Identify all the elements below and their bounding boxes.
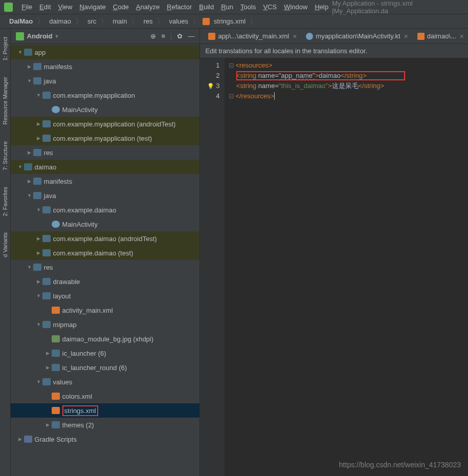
menu-item-code[interactable]: Code [109,3,132,11]
menu-item-build[interactable]: Build [195,3,217,11]
code-body[interactable]: ⊟<resources> <string name="app_name">dai… [225,58,468,476]
tree-item[interactable]: ▶Gradle Scripts [11,432,200,446]
editor-tab[interactable]: app\...\activity_main.xml× [204,29,301,44]
tree-item[interactable]: ▶res [11,145,200,160]
gear-icon[interactable]: ✿ [177,32,183,40]
tree-item[interactable]: ▼daimao [11,160,200,174]
expand-arrow-icon[interactable]: ▶ [44,365,52,370]
menu-item-navigate[interactable]: Navigate [76,3,109,11]
expand-arrow-icon[interactable]: ▶ [26,150,33,155]
intention-bulb-icon[interactable]: 💡 [207,83,214,89]
expand-arrow-icon[interactable]: ▼ [35,293,42,298]
tree-item[interactable]: ▶ic_launcher (6) [11,346,200,360]
android-icon [16,32,24,40]
project-tree[interactable]: ▼app▶manifests▼java▼com.example.myapplic… [11,44,200,476]
tree-item[interactable]: ▶com.example.daimao (test) [11,246,200,260]
menu-item-help[interactable]: Help [311,3,332,11]
expand-arrow-icon[interactable]: ▶ [35,121,42,126]
tool-window-tab[interactable]: d Variants [2,229,8,261]
expand-arrow-icon[interactable]: ▼ [35,379,42,384]
tool-window-tab[interactable]: 7: Structure [2,138,8,174]
tool-window-tab[interactable]: Resource Manager [2,74,8,128]
tree-item[interactable]: ▼mipmap [11,317,200,332]
expand-arrow-icon[interactable]: ▶ [35,136,42,141]
expand-arrow-icon[interactable]: ▶ [35,236,42,241]
tool-window-bar: 1: ProjectResource Manager7: Structure2:… [0,29,11,476]
expand-arrow-icon[interactable]: ▼ [35,207,42,212]
breadcrumb-item[interactable]: res [141,17,154,25]
tree-item[interactable]: strings.xml [11,403,200,418]
expand-arrow-icon[interactable]: ▼ [26,265,33,270]
menu-item-vcs[interactable]: VCS [259,3,280,11]
breadcrumb-item[interactable]: values [167,17,190,25]
tree-item[interactable]: ▶manifests [11,59,200,74]
expand-arrow-icon[interactable]: ▼ [26,193,33,198]
menu-item-view[interactable]: View [55,3,76,11]
collapse-icon[interactable]: ≡ [161,32,165,40]
tree-item[interactable]: ▶ic_launcher_round (6) [11,360,200,375]
tree-item[interactable]: ▶com.example.daimao (androidTest) [11,231,200,246]
folder-mod-icon [24,49,32,56]
menu-item-analyze[interactable]: Analyze [132,3,163,11]
tree-item[interactable]: activity_main.xml [11,303,200,317]
editor-tab[interactable]: daimao\...× [413,29,468,44]
breadcrumb-item[interactable]: src [85,17,98,25]
tree-item[interactable]: MainActivity [11,102,200,117]
gutter: 12💡 34 [200,58,225,476]
panel-title[interactable]: Android [27,32,53,40]
breadcrumb-item[interactable]: main [110,17,129,25]
tree-item[interactable]: colors.xml [11,389,200,403]
tree-item[interactable]: ▼java [11,74,200,88]
breadcrumb-item[interactable]: daimao [47,17,73,25]
close-icon[interactable]: × [404,32,408,40]
tree-item[interactable]: ▶manifests [11,174,200,188]
expand-arrow-icon[interactable]: ▼ [35,322,42,327]
tree-item[interactable]: ▶com.example.myapplication (test) [11,131,200,145]
tree-item[interactable]: ▼layout [11,289,200,303]
breadcrumb-item[interactable]: strings.xml [212,17,248,25]
tree-item[interactable]: ▶com.example.myapplication (androidTest) [11,117,200,131]
tree-item[interactable]: ▼com.example.myapplication [11,88,200,102]
chevron-down-icon[interactable]: ▼ [54,34,59,39]
tree-item-label: MainActivity [62,221,98,228]
tree-item[interactable]: MainActivity [11,217,200,231]
translations-notice[interactable]: Edit translations for all locales in the… [200,44,468,58]
target-icon[interactable]: ⊕ [150,32,156,40]
menu-item-file[interactable]: File [18,3,36,11]
expand-arrow-icon[interactable]: ▶ [26,64,33,69]
expand-arrow-icon[interactable]: ▶ [17,437,24,442]
tree-item[interactable]: ▼app [11,45,200,59]
tree-item-label: com.example.daimao [53,206,117,214]
expand-arrow-icon[interactable]: ▶ [26,179,33,184]
tree-item[interactable]: ▶themes (2) [11,418,200,432]
expand-arrow-icon[interactable]: ▼ [35,93,42,98]
expand-arrow-icon[interactable]: ▶ [44,422,52,427]
expand-arrow-icon[interactable]: ▼ [26,78,33,83]
tree-item[interactable]: ▶drawable [11,274,200,289]
expand-arrow-icon[interactable]: ▶ [44,351,52,356]
expand-arrow-icon[interactable]: ▶ [35,279,42,284]
expand-arrow-icon[interactable]: ▼ [17,164,24,169]
breadcrumb-item[interactable]: DaiMao [7,17,35,25]
menu-item-refactor[interactable]: Refactor [163,3,195,11]
menu-item-window[interactable]: Window [280,3,311,11]
tree-item[interactable]: ▼res [11,260,200,274]
expand-arrow-icon[interactable]: ▼ [17,50,24,55]
tree-item-label: strings.xml [62,405,98,416]
minimize-icon[interactable]: — [188,32,194,40]
tool-window-tab[interactable]: 2: Favorites [2,184,8,219]
editor-tab[interactable]: myapplication\MainActivity.kt× [302,29,412,44]
close-icon[interactable]: × [293,32,297,40]
menu-item-edit[interactable]: Edit [36,3,54,11]
menu-item-run[interactable]: Run [217,3,237,11]
tree-item[interactable]: ▼values [11,375,200,389]
close-icon[interactable]: × [460,32,464,40]
tree-item[interactable]: daimao_module_bg.jpg (xhdpi) [11,332,200,346]
tree-item[interactable]: ▼com.example.daimao [11,203,200,217]
tool-window-tab[interactable]: 1: Project [2,34,8,63]
tree-item-label: colors.xml [62,393,93,400]
menu-item-tools[interactable]: Tools [237,3,259,11]
code-editor[interactable]: 12💡 34 ⊟<resources> <string name="app_na… [200,58,468,476]
expand-arrow-icon[interactable]: ▶ [35,250,42,255]
tree-item[interactable]: ▼java [11,188,200,203]
